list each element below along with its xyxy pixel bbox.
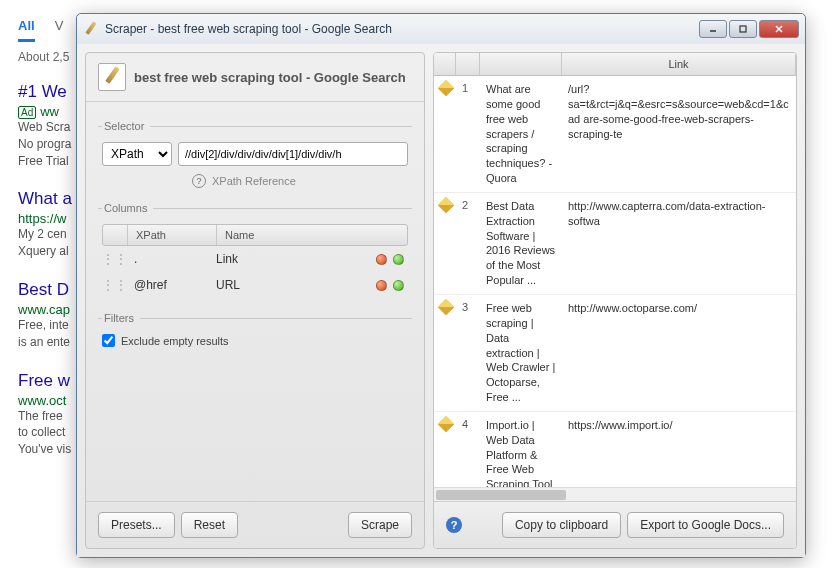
remove-column-icon[interactable] <box>376 280 387 291</box>
column-xpath[interactable]: @href <box>126 278 216 292</box>
column-name[interactable]: Link <box>216 252 358 266</box>
close-button[interactable] <box>759 20 799 38</box>
help-button[interactable]: ? <box>446 517 462 533</box>
result-row: 1What are some good free web scrapers / … <box>434 76 796 193</box>
column-row: ⋮⋮@hrefURL <box>102 272 408 298</box>
add-column-icon[interactable] <box>393 280 404 291</box>
col-header-name: Name <box>217 225 357 245</box>
drag-handle-icon[interactable]: ⋮⋮ <box>102 252 126 266</box>
svg-rect-1 <box>740 26 746 32</box>
row-number: 3 <box>456 295 480 411</box>
row-link-text: Import.io | Web Data Platform & Free Web… <box>480 412 562 487</box>
panel-title: best free web scraping tool - Google Sea… <box>134 70 406 85</box>
row-number: 1 <box>456 76 480 192</box>
edit-row-icon[interactable] <box>438 415 455 432</box>
edit-row-icon[interactable] <box>438 196 455 213</box>
selector-xpath-input[interactable] <box>178 142 408 166</box>
xpath-reference-link[interactable]: XPath Reference <box>212 175 296 187</box>
selector-type-select[interactable]: XPath <box>102 142 172 166</box>
row-url: http://www.octoparse.com/ <box>562 295 796 411</box>
export-gdocs-button[interactable]: Export to Google Docs... <box>627 512 784 538</box>
results-panel: Link 1What are some good free web scrape… <box>433 52 797 549</box>
scrape-button[interactable]: Scrape <box>348 512 412 538</box>
results-header-link: Link <box>562 53 796 75</box>
add-column-icon[interactable] <box>393 254 404 265</box>
exclude-empty-checkbox[interactable] <box>102 334 115 347</box>
horizontal-scrollbar[interactable] <box>434 487 796 501</box>
tab-other[interactable]: V <box>55 18 64 42</box>
presets-button[interactable]: Presets... <box>98 512 175 538</box>
maximize-button[interactable] <box>729 20 757 38</box>
row-number: 2 <box>456 193 480 294</box>
titlebar[interactable]: Scraper - best free web scraping tool - … <box>77 14 805 44</box>
row-url: /url?sa=t&rct=j&q=&esrc=s&source=web&cd=… <box>562 76 796 192</box>
copy-clipboard-button[interactable]: Copy to clipboard <box>502 512 621 538</box>
column-name[interactable]: URL <box>216 278 358 292</box>
reset-button[interactable]: Reset <box>181 512 238 538</box>
remove-column-icon[interactable] <box>376 254 387 265</box>
minimize-button[interactable] <box>699 20 727 38</box>
selector-legend: Selector <box>102 120 150 132</box>
scraper-window: Scraper - best free web scraping tool - … <box>76 13 806 558</box>
help-icon[interactable]: ? <box>192 174 206 188</box>
app-icon <box>83 21 99 37</box>
tab-all[interactable]: All <box>18 18 35 42</box>
row-link-text: Best Data Extraction Software | 2016 Rev… <box>480 193 562 294</box>
result-row: 4Import.io | Web Data Platform & Free We… <box>434 412 796 487</box>
drag-handle-icon[interactable]: ⋮⋮ <box>102 278 126 292</box>
result-row: 2Best Data Extraction Software | 2016 Re… <box>434 193 796 295</box>
config-panel: best free web scraping tool - Google Sea… <box>85 52 425 549</box>
columns-legend: Columns <box>102 202 153 214</box>
window-title: Scraper - best free web scraping tool - … <box>105 22 699 36</box>
exclude-empty-label: Exclude empty results <box>121 335 229 347</box>
edit-row-icon[interactable] <box>438 80 455 97</box>
edit-row-icon[interactable] <box>438 298 455 315</box>
row-url: https://www.import.io/ <box>562 412 796 487</box>
col-header-xpath: XPath <box>127 225 217 245</box>
result-row: 3Free web scraping | Data extraction | W… <box>434 295 796 412</box>
row-link-text: Free web scraping | Data extraction | We… <box>480 295 562 411</box>
row-link-text: What are some good free web scrapers / s… <box>480 76 562 192</box>
document-icon <box>98 63 126 91</box>
results-body[interactable]: 1What are some good free web scrapers / … <box>434 76 796 487</box>
row-number: 4 <box>456 412 480 487</box>
row-url: http://www.capterra.com/data-extraction-… <box>562 193 796 294</box>
filters-legend: Filters <box>102 312 140 324</box>
column-xpath[interactable]: . <box>126 252 216 266</box>
column-row: ⋮⋮.Link <box>102 246 408 272</box>
